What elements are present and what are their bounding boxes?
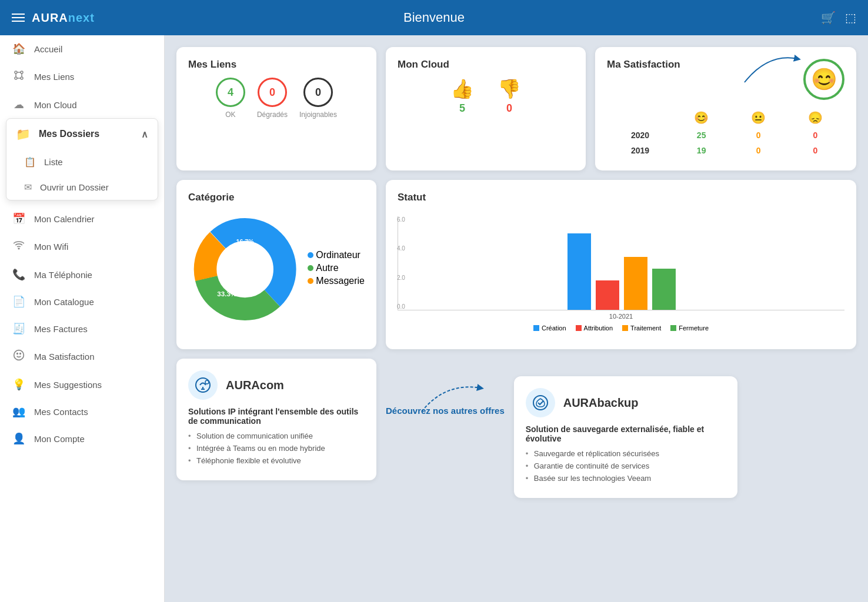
sidebar-item-ma-satisfaction[interactable]: Ma Satisfaction xyxy=(0,342,164,371)
cart-icon[interactable]: 🛒 xyxy=(821,11,836,25)
sat-col-yellow: 😐 xyxy=(730,108,786,127)
legend-dot-creation xyxy=(533,325,539,331)
liens-title: Mes Liens xyxy=(188,59,365,71)
svg-point-11 xyxy=(20,353,21,354)
sat-col-red: 😞 xyxy=(787,108,843,127)
aurabackup-desc: Solution de sauvegarde externalisée, fia… xyxy=(526,424,726,443)
aurabackup-header: AURAbackup xyxy=(526,388,726,417)
legend-label-fermeture: Fermeture xyxy=(679,325,709,332)
bottom-row: AURAcom Solutions IP intégrant l'ensembl… xyxy=(176,359,856,498)
y-axis-labels: 6.0 4.0 2.0 0.0 xyxy=(397,216,405,310)
suggestions-icon: 💡 xyxy=(12,378,26,391)
discover-text: Découvrez nos autres offres xyxy=(386,406,505,416)
sidebar-item-mes-factures[interactable]: 🧾 Mes Factures xyxy=(0,315,164,342)
bar-group xyxy=(422,233,821,310)
arrow-discover: Découvrez nos autres offres xyxy=(386,370,505,416)
sidebar-item-mon-calendrier[interactable]: 📅 Mon Calendrier xyxy=(0,205,164,232)
sidebar-item-liste[interactable]: 📋 Liste xyxy=(6,149,158,175)
sidebar-label-accueil: Accueil xyxy=(34,44,62,54)
bar-attribution xyxy=(596,280,619,310)
degraded-label: Dégradés xyxy=(257,111,288,119)
bar-legend: Création Attribution Traitement xyxy=(398,325,844,332)
logo: AURAnext xyxy=(32,11,95,25)
svg-point-3 xyxy=(21,77,23,79)
cloud-title: Mon Cloud xyxy=(398,59,574,71)
logout-icon[interactable]: ⬚ xyxy=(845,11,856,25)
sidebar-item-mes-suggestions[interactable]: 💡 Mes Suggestions xyxy=(0,371,164,398)
auracom-bullet-1: Intégrée à Teams ou en mode hybride xyxy=(188,444,365,453)
main-layout: 🏠 Accueil Mes Liens ☁ Mon Cloud 📁 Mes Do… xyxy=(0,35,868,602)
sidebar-item-mes-contacts[interactable]: 👥 Mes Contacts xyxy=(0,398,164,425)
y-label-2: 2.0 xyxy=(397,275,405,281)
legend-dot-traitement xyxy=(622,325,628,331)
smiley-big: 😊 xyxy=(803,59,844,100)
home-icon: 🏠 xyxy=(12,42,26,55)
auracom-logo xyxy=(188,370,218,400)
sidebar-item-ouvrir-dossier[interactable]: ✉ Ouvrir un Dossier xyxy=(6,175,158,200)
svg-point-2 xyxy=(15,77,17,79)
svg-point-1 xyxy=(21,71,23,73)
auracom-card: AURAcom Solutions IP intégrant l'ensembl… xyxy=(176,359,376,480)
sidebar-item-mon-compte[interactable]: 👤 Mon Compte xyxy=(0,425,164,452)
donut-legend: Ordinateur Autre Messagerie xyxy=(308,250,365,289)
bar-traitement xyxy=(624,257,647,310)
svg-text:33.3%: 33.3% xyxy=(217,290,236,297)
top-row: Mes Liens 4 OK 0 Dégradés xyxy=(176,47,856,170)
sidebar-dropdown-mes-dossiers: 📁 Mes Dossiers ∧ 📋 Liste ✉ Ouvrir un Dos… xyxy=(6,118,158,200)
cloud-down: 👎 0 xyxy=(498,78,521,115)
categorie-card: Catégorie 50.5% 33.3% 16.7% xyxy=(176,180,376,349)
mes-liens-card: Mes Liens 4 OK 0 Dégradés xyxy=(176,47,376,170)
sidebar-item-mon-wifi[interactable]: Mon Wifi xyxy=(0,232,164,261)
logo-text: AURAnext xyxy=(32,11,95,25)
bar-fermeture xyxy=(652,269,676,310)
sidebar-label-mon-compte: Mon Compte xyxy=(34,434,85,444)
content-wrapper: Mes Liens 4 OK 0 Dégradés xyxy=(176,47,856,498)
legend-label-traitement: Traitement xyxy=(630,325,661,332)
sidebar-item-ma-telephonie[interactable]: 📞 Ma Téléphonie xyxy=(0,261,164,288)
stat-degraded: 0 Dégradés xyxy=(257,78,288,119)
cloud-down-value: 0 xyxy=(506,102,512,115)
sidebar-item-mon-cloud[interactable]: ☁ Mon Cloud xyxy=(0,91,164,118)
sidebar: 🏠 Accueil Mes Liens ☁ Mon Cloud 📁 Mes Do… xyxy=(0,35,165,602)
list-icon: 📋 xyxy=(24,156,36,168)
svg-point-10 xyxy=(17,353,18,354)
aurabackup-name: AURAbackup xyxy=(563,396,639,410)
sidebar-item-mes-liens[interactable]: Mes Liens xyxy=(0,62,164,91)
sat-col-green: 😊 xyxy=(673,108,729,127)
sidebar-item-accueil[interactable]: 🏠 Accueil xyxy=(0,35,164,62)
sat-row-2020: 2020 25 0 0 xyxy=(608,128,843,142)
main-content: Mes Liens 4 OK 0 Dégradés xyxy=(165,35,868,602)
degraded-badge: 0 xyxy=(258,78,287,107)
sidebar-label-mes-factures: Mes Factures xyxy=(34,324,88,334)
sidebar-item-mon-catalogue[interactable]: 📄 Mon Catalogue xyxy=(0,288,164,315)
hamburger-menu[interactable] xyxy=(12,14,25,22)
statut-title: Statut xyxy=(398,192,844,203)
svg-text:50.5%: 50.5% xyxy=(246,272,265,279)
sidebar-label-liste: Liste xyxy=(44,157,63,167)
legend-label-messagerie: Messagerie xyxy=(316,276,365,286)
unreachable-label: Injoignables xyxy=(299,111,337,119)
svg-point-0 xyxy=(15,71,17,73)
svg-point-9 xyxy=(14,350,24,360)
ma-satisfaction-card: Ma Satisfaction 😊 xyxy=(595,47,856,170)
auracom-header: AURAcom xyxy=(188,370,365,400)
arrow-svg xyxy=(739,53,809,88)
categorie-title: Catégorie xyxy=(188,192,365,203)
cloud-stats: 👍 5 👎 0 xyxy=(398,78,574,115)
ok-label: OK xyxy=(225,111,235,119)
sidebar-item-mes-dossiers[interactable]: 📁 Mes Dossiers ∧ xyxy=(6,119,158,149)
middle-row: Catégorie 50.5% 33.3% 16.7% xyxy=(176,180,856,349)
sidebar-label-mes-suggestions: Mes Suggestions xyxy=(34,380,102,390)
legend-ordinateur: Ordinateur xyxy=(308,250,365,260)
sidebar-label-mes-dossiers: Mes Dossiers xyxy=(39,129,99,139)
svg-point-19 xyxy=(205,380,209,384)
legend-traitement: Traitement xyxy=(622,325,661,332)
y-label-0: 0.0 xyxy=(397,303,405,310)
aurabackup-bullet-0: Sauvegarde et réplication sécurisées xyxy=(526,449,726,458)
legend-label-autre: Autre xyxy=(316,263,338,273)
aurabackup-card: AURAbackup Solution de sauvegarde extern… xyxy=(514,376,737,498)
sidebar-label-mes-contacts: Mes Contacts xyxy=(34,407,88,417)
chevron-up-icon: ∧ xyxy=(141,129,148,140)
bar-creation xyxy=(567,233,591,310)
svg-point-8 xyxy=(18,248,19,249)
